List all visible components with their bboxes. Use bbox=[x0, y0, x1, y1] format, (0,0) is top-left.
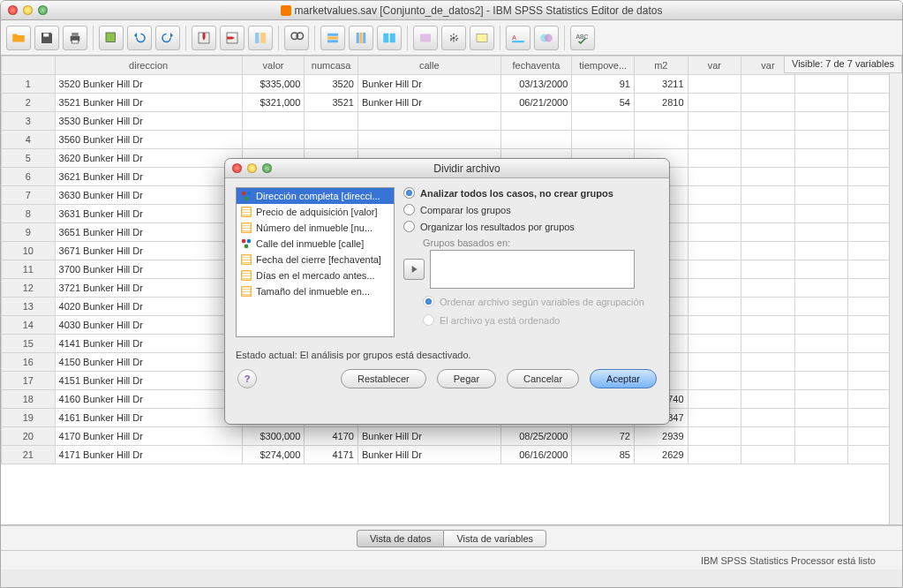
cell-var[interactable] bbox=[741, 353, 795, 372]
cell-var[interactable] bbox=[741, 168, 795, 186]
cell-direccion[interactable]: 3721 Bunker Hill Dr bbox=[55, 279, 242, 298]
cell-var[interactable] bbox=[741, 260, 795, 279]
variable-list-item[interactable]: Calle del inmueble [calle] bbox=[237, 236, 394, 252]
cell-var[interactable] bbox=[794, 112, 848, 131]
cell-var[interactable] bbox=[794, 186, 848, 205]
radio-analyze-all[interactable] bbox=[403, 187, 415, 199]
cell-var[interactable] bbox=[794, 409, 848, 427]
dialog-close-icon[interactable] bbox=[232, 163, 242, 173]
cell-valor[interactable]: $274,000 bbox=[242, 446, 305, 464]
table-row[interactable]: 3 3530 Bunker Hill Dr bbox=[2, 112, 902, 131]
cell-direccion[interactable]: 4160 Bunker Hill Dr bbox=[55, 390, 242, 409]
row-number[interactable]: 3 bbox=[2, 112, 56, 131]
recall-dialog-button[interactable] bbox=[99, 26, 124, 50]
cell-var[interactable] bbox=[688, 409, 741, 427]
col-valor[interactable]: valor bbox=[242, 57, 305, 75]
redo-button[interactable] bbox=[155, 26, 180, 50]
cell-numcasa[interactable]: 4170 bbox=[305, 427, 358, 446]
variable-list-item[interactable]: Tamaño del inmueble en... bbox=[237, 283, 394, 299]
cell-numcasa[interactable] bbox=[305, 112, 358, 131]
cell-valor[interactable] bbox=[242, 112, 305, 131]
cell-m2[interactable]: 3211 bbox=[635, 75, 689, 94]
cell-var[interactable] bbox=[741, 149, 795, 168]
variables-button[interactable] bbox=[248, 26, 273, 50]
cell-direccion[interactable]: 3621 Bunker Hill Dr bbox=[55, 168, 242, 186]
cell-tiempo[interactable]: 72 bbox=[572, 427, 635, 446]
cell-var[interactable] bbox=[794, 298, 848, 316]
cell-m2[interactable] bbox=[635, 112, 689, 131]
cell-var[interactable] bbox=[741, 112, 795, 131]
cell-direccion[interactable]: 4151 Bunker Hill Dr bbox=[55, 372, 242, 390]
cell-var[interactable] bbox=[741, 409, 795, 427]
cell-var[interactable] bbox=[741, 335, 795, 353]
cell-var[interactable] bbox=[688, 168, 741, 186]
cell-var[interactable] bbox=[794, 205, 848, 223]
cell-direccion[interactable]: 3521 Bunker Hill Dr bbox=[55, 94, 242, 112]
cell-var[interactable] bbox=[794, 427, 848, 446]
cell-var[interactable] bbox=[794, 335, 848, 353]
split-file-button[interactable] bbox=[377, 26, 402, 50]
cell-var[interactable] bbox=[794, 390, 848, 409]
cell-var[interactable] bbox=[741, 242, 795, 260]
row-number[interactable]: 14 bbox=[2, 316, 56, 335]
cell-var[interactable] bbox=[741, 446, 795, 464]
cell-tiempo[interactable] bbox=[572, 112, 635, 131]
cell-direccion[interactable]: 3630 Bunker Hill Dr bbox=[55, 186, 242, 205]
cell-var[interactable] bbox=[741, 223, 795, 242]
row-number[interactable]: 2 bbox=[2, 94, 56, 112]
row-number[interactable]: 15 bbox=[2, 335, 56, 353]
close-window-icon[interactable] bbox=[8, 5, 18, 15]
cell-calle[interactable]: Bunker Hill Dr bbox=[357, 94, 500, 112]
save-button[interactable] bbox=[34, 26, 59, 50]
cell-valor[interactable]: $321,000 bbox=[242, 94, 305, 112]
variable-list-item[interactable]: Fecha del cierre [fechaventa] bbox=[237, 252, 394, 268]
cell-var[interactable] bbox=[688, 223, 741, 242]
groups-listbox[interactable] bbox=[430, 250, 635, 289]
tab-data-view[interactable]: Vista de datos bbox=[357, 530, 444, 547]
print-button[interactable] bbox=[63, 26, 87, 50]
cell-var[interactable] bbox=[688, 131, 741, 149]
cell-fecha[interactable]: 03/13/2000 bbox=[500, 75, 572, 94]
cell-var[interactable] bbox=[688, 316, 741, 335]
row-number[interactable]: 6 bbox=[2, 168, 56, 186]
cell-tiempo[interactable]: 85 bbox=[572, 446, 635, 464]
cell-direccion[interactable]: 3520 Bunker Hill Dr bbox=[55, 75, 242, 94]
cell-m2[interactable]: 2629 bbox=[635, 446, 689, 464]
dialog-zoom-icon[interactable] bbox=[262, 163, 272, 173]
cell-direccion[interactable]: 3530 Bunker Hill Dr bbox=[55, 112, 242, 131]
table-row[interactable]: 1 3520 Bunker Hill Dr $335,000 3520 Bunk… bbox=[2, 75, 902, 94]
cell-var[interactable] bbox=[794, 279, 848, 298]
cell-var[interactable] bbox=[794, 242, 848, 260]
col-m2[interactable]: m2 bbox=[635, 57, 689, 75]
table-row[interactable]: 21 4171 Bunker Hill Dr $274,000 4171 Bun… bbox=[2, 446, 902, 464]
cell-valor[interactable] bbox=[242, 131, 305, 149]
cell-calle[interactable]: Bunker Hill Dr bbox=[357, 427, 500, 446]
cell-var[interactable] bbox=[688, 112, 741, 131]
cell-var[interactable] bbox=[794, 260, 848, 279]
cell-var[interactable] bbox=[688, 446, 741, 464]
cell-var[interactable] bbox=[741, 298, 795, 316]
table-row[interactable]: 4 3560 Bunker Hill Dr bbox=[2, 131, 902, 149]
cell-direccion[interactable]: 3620 Bunker Hill Dr bbox=[55, 149, 242, 168]
cell-direccion[interactable]: 3560 Bunker Hill Dr bbox=[55, 131, 242, 149]
cell-var[interactable] bbox=[688, 353, 741, 372]
row-number[interactable]: 10 bbox=[2, 242, 56, 260]
row-number[interactable]: 17 bbox=[2, 372, 56, 390]
use-sets-button[interactable]: A bbox=[506, 26, 531, 50]
spellcheck-button[interactable]: ABC bbox=[570, 26, 595, 50]
cell-var[interactable] bbox=[794, 131, 848, 149]
variable-list-item[interactable]: Número del inmueble [nu... bbox=[237, 220, 394, 236]
cell-var[interactable] bbox=[794, 446, 848, 464]
goto-variable-button[interactable] bbox=[220, 26, 245, 50]
cell-numcasa[interactable] bbox=[305, 131, 358, 149]
cell-var[interactable] bbox=[688, 205, 741, 223]
cell-var[interactable] bbox=[794, 75, 848, 94]
cell-fecha[interactable] bbox=[500, 112, 572, 131]
tab-variable-view[interactable]: Vista de variables bbox=[443, 530, 546, 547]
row-number[interactable]: 5 bbox=[2, 149, 56, 168]
cell-direccion[interactable]: 3631 Bunker Hill Dr bbox=[55, 205, 242, 223]
row-number[interactable]: 4 bbox=[2, 131, 56, 149]
row-number[interactable]: 13 bbox=[2, 298, 56, 316]
select-cases-button[interactable] bbox=[441, 26, 466, 50]
col-fechaventa[interactable]: fechaventa bbox=[500, 57, 572, 75]
